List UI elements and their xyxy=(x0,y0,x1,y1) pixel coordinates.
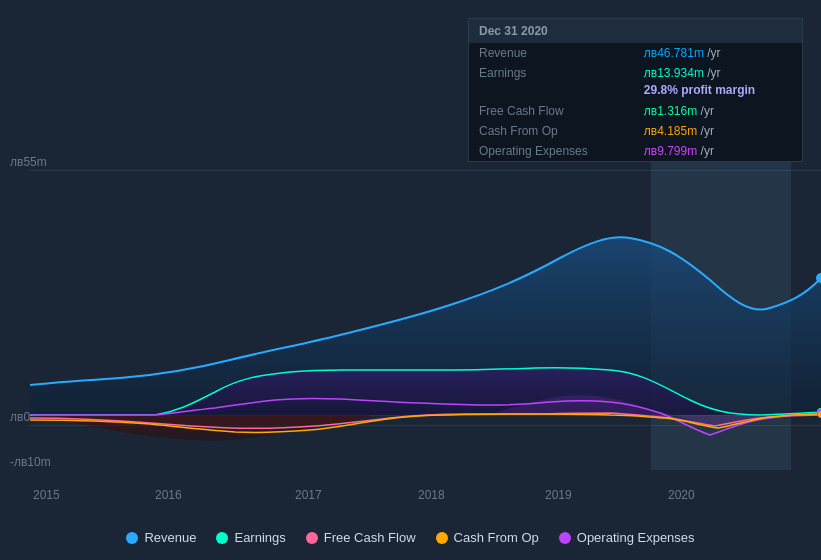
tooltip-box: Dec 31 2020 Revenue лв46.781m /yr Earnin… xyxy=(468,18,803,162)
x-label-2016: 2016 xyxy=(155,488,182,502)
tooltip-table: Revenue лв46.781m /yr Earnings лв13.934m… xyxy=(469,43,802,161)
chart-svg xyxy=(30,150,821,470)
earnings-value: лв13.934m /yr xyxy=(634,63,802,83)
earnings-legend-label: Earnings xyxy=(234,530,285,545)
fcf-row: Free Cash Flow лв1.316m /yr xyxy=(469,101,802,121)
opex-label: Operating Expenses xyxy=(469,141,634,161)
x-label-2017: 2017 xyxy=(295,488,322,502)
cashop-value: лв4.185m /yr xyxy=(634,121,802,141)
x-label-2020: 2020 xyxy=(668,488,695,502)
legend-fcf[interactable]: Free Cash Flow xyxy=(306,530,416,545)
chart-container: Dec 31 2020 Revenue лв46.781m /yr Earnin… xyxy=(0,0,821,560)
cashop-row: Cash From Op лв4.185m /yr xyxy=(469,121,802,141)
fcf-legend-label: Free Cash Flow xyxy=(324,530,416,545)
legend-cashop[interactable]: Cash From Op xyxy=(436,530,539,545)
opex-legend-label: Operating Expenses xyxy=(577,530,695,545)
earnings-legend-dot xyxy=(216,532,228,544)
x-label-2018: 2018 xyxy=(418,488,445,502)
legend: Revenue Earnings Free Cash Flow Cash Fro… xyxy=(0,530,821,545)
legend-revenue[interactable]: Revenue xyxy=(126,530,196,545)
cashop-legend-label: Cash From Op xyxy=(454,530,539,545)
earnings-row: Earnings лв13.934m /yr xyxy=(469,63,802,83)
profit-margin-value: 29.8% profit margin xyxy=(644,83,755,97)
revenue-row: Revenue лв46.781m /yr xyxy=(469,43,802,63)
opex-value: лв9.799m /yr xyxy=(634,141,802,161)
revenue-legend-label: Revenue xyxy=(144,530,196,545)
profit-margin-row: 29.8% profit margin xyxy=(469,83,802,101)
revenue-label: Revenue xyxy=(469,43,634,63)
opex-row: Operating Expenses лв9.799m /yr xyxy=(469,141,802,161)
legend-earnings[interactable]: Earnings xyxy=(216,530,285,545)
cashop-legend-dot xyxy=(436,532,448,544)
cashop-label: Cash From Op xyxy=(469,121,634,141)
opex-legend-dot xyxy=(559,532,571,544)
y-label-0: лв0 xyxy=(10,410,30,424)
legend-opex[interactable]: Operating Expenses xyxy=(559,530,695,545)
fcf-label: Free Cash Flow xyxy=(469,101,634,121)
revenue-legend-dot xyxy=(126,532,138,544)
x-label-2019: 2019 xyxy=(545,488,572,502)
tooltip-date: Dec 31 2020 xyxy=(469,19,802,43)
fcf-legend-dot xyxy=(306,532,318,544)
x-label-2015: 2015 xyxy=(33,488,60,502)
earnings-label: Earnings xyxy=(469,63,634,83)
fcf-value: лв1.316m /yr xyxy=(634,101,802,121)
revenue-value: лв46.781m /yr xyxy=(634,43,802,63)
